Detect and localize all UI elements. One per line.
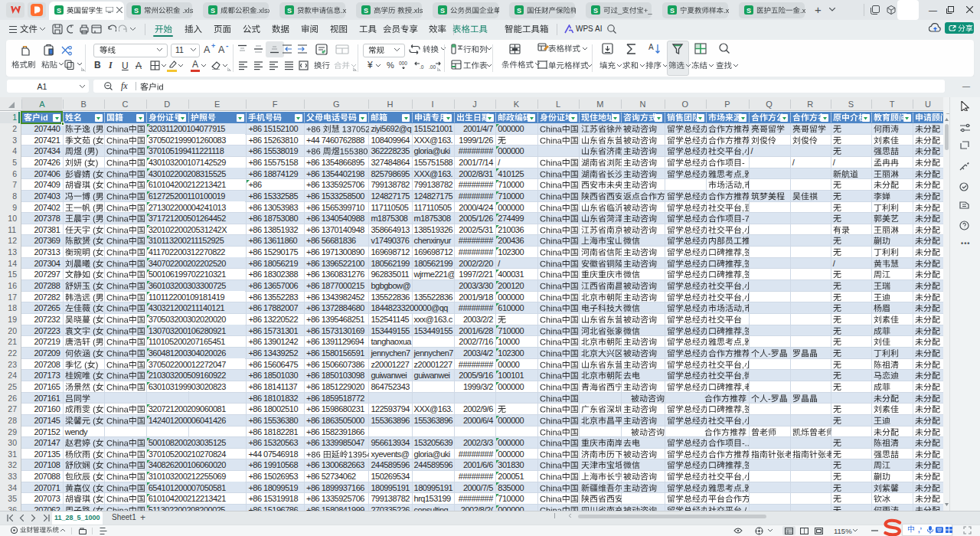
svg-text:.0: .0 [420, 64, 424, 70]
svg-text:.00: .00 [429, 64, 436, 70]
svg-text:S: S [134, 7, 139, 15]
svg-text:S: S [364, 7, 368, 15]
svg-text:S: S [211, 7, 215, 15]
svg-text:S: S [593, 7, 598, 15]
svg-text:S: S [440, 7, 445, 15]
svg-text:S: S [57, 7, 61, 15]
svg-text:S: S [517, 7, 521, 15]
svg-text:A: A [648, 43, 654, 51]
svg-text:000: 000 [399, 60, 407, 66]
svg-text:S: S [287, 7, 292, 15]
svg-text:S: S [670, 7, 675, 15]
svg-text:S: S [746, 7, 751, 15]
